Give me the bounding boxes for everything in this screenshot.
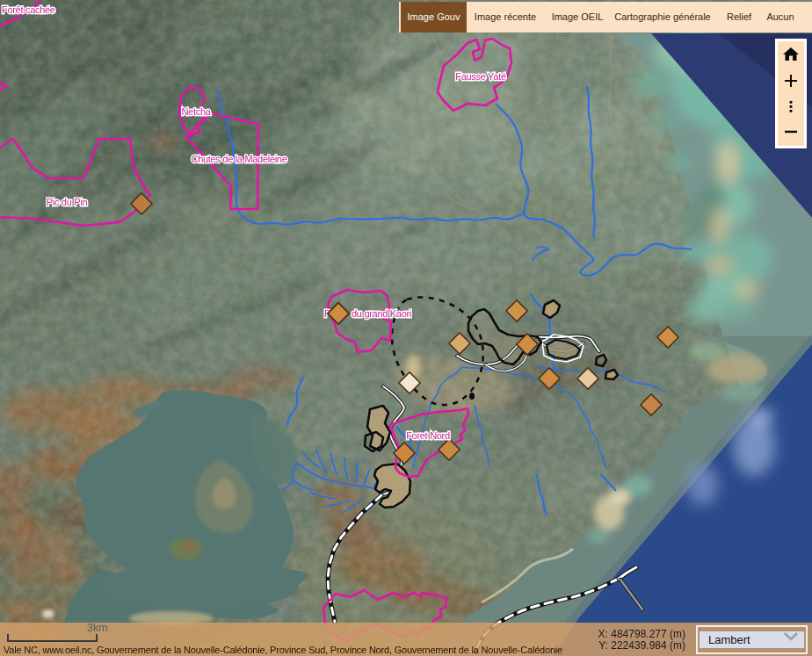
svg-text:du grand Kaori: du grand Kaori — [352, 308, 411, 319]
svg-text:Fausse Yaté: Fausse Yaté — [455, 71, 506, 82]
svg-text:Chutes de la Madeleine: Chutes de la Madeleine — [192, 154, 287, 164]
svg-text:Netcha: Netcha — [181, 106, 211, 117]
svg-text:Foret Nord: Foret Nord — [406, 430, 450, 441]
svg-text:Pic du Pin: Pic du Pin — [47, 197, 88, 207]
